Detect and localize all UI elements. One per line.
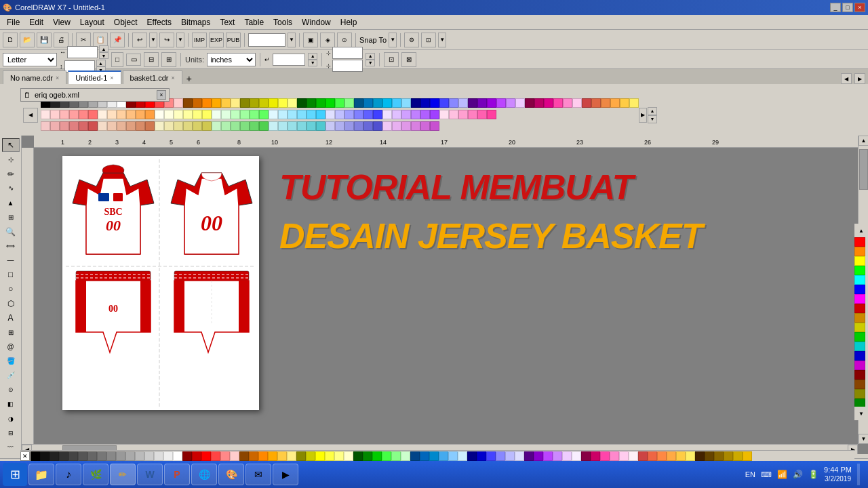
color-swatch[interactable] — [854, 351, 865, 361]
paper-size-select[interactable]: Letter — [3, 53, 57, 66]
color-swatch[interactable] — [429, 451, 439, 461]
menu-bitmaps[interactable]: Bitmaps — [177, 16, 214, 28]
color-swatch[interactable] — [448, 451, 458, 461]
color-swatch[interactable] — [401, 121, 411, 131]
transparency-tool[interactable]: ◑ — [2, 411, 20, 425]
color-swatch[interactable] — [854, 294, 865, 304]
color-swatch[interactable] — [145, 121, 155, 131]
color-swatch[interactable] — [638, 451, 648, 461]
color-swatch[interactable] — [458, 110, 468, 119]
color-swatch[interactable] — [145, 110, 155, 119]
rectangle-tool[interactable]: □ — [2, 268, 20, 281]
color-swatch[interactable] — [695, 451, 705, 461]
smear-tool[interactable]: 〰 — [2, 441, 20, 454]
color-swatch[interactable] — [572, 98, 582, 108]
color-swatch[interactable] — [296, 451, 306, 461]
color-swatch[interactable] — [230, 451, 239, 461]
color-swatch[interactable] — [629, 451, 638, 461]
color-swatch[interactable] — [212, 110, 221, 119]
minimize-button[interactable]: _ — [830, 3, 841, 12]
options1-button[interactable]: ⚙ — [404, 33, 419, 47]
color-swatch[interactable] — [297, 121, 307, 131]
color-swatch[interactable] — [221, 110, 231, 119]
color-swatch[interactable] — [269, 110, 278, 119]
nudge-input[interactable]: 0.01 " — [273, 54, 305, 66]
tab-basket[interactable]: basket1.cdr × — [123, 70, 182, 84]
color-swatch[interactable] — [553, 98, 563, 108]
color-swatch[interactable] — [477, 98, 487, 108]
color-swatch[interactable] — [468, 98, 477, 108]
taskbar-word[interactable]: W — [137, 464, 163, 485]
menu-tools[interactable]: Tools — [269, 16, 296, 28]
color-swatch[interactable] — [854, 256, 865, 266]
color-swatch[interactable] — [326, 110, 335, 119]
color-swatch[interactable] — [212, 98, 221, 108]
color-swatch[interactable] — [676, 451, 686, 461]
color-swatch[interactable] — [50, 451, 59, 461]
view1-button[interactable]: ▣ — [303, 33, 318, 47]
color-swatch[interactable] — [278, 98, 288, 108]
crop-tool[interactable]: ⊞ — [2, 210, 20, 224]
color-swatch[interactable] — [411, 121, 420, 131]
taskbar-chrome[interactable]: 🌐 — [191, 464, 217, 485]
menu-view[interactable]: View — [49, 16, 75, 28]
color-swatch[interactable] — [60, 121, 69, 131]
color-swatch[interactable] — [334, 451, 344, 461]
color-swatch[interactable] — [534, 98, 544, 108]
taskbar-coreldraw[interactable]: ✏ — [110, 464, 136, 485]
color-swatch[interactable] — [373, 110, 382, 119]
width-up[interactable]: ▲ — [99, 45, 108, 52]
color-swatch[interactable] — [88, 121, 98, 131]
color-swatch[interactable] — [174, 98, 183, 108]
color-swatch[interactable] — [686, 451, 695, 461]
redo-arrow[interactable]: ▼ — [176, 33, 184, 47]
color-swatch[interactable] — [307, 98, 316, 108]
parallel-dim-tool[interactable]: ⟺ — [2, 239, 20, 253]
color-swatch[interactable] — [163, 451, 173, 461]
color-swatch[interactable] — [458, 451, 467, 461]
color-swatch[interactable] — [335, 98, 344, 108]
color-swatch[interactable] — [467, 451, 477, 461]
select-tool[interactable]: ↖ — [2, 138, 20, 152]
taskbar-media[interactable]: ♪ — [56, 464, 81, 485]
color-swatch[interactable] — [164, 121, 174, 131]
scroll-up-button[interactable]: ▲ — [859, 136, 868, 146]
paste-button[interactable]: 📌 — [110, 33, 125, 47]
color-swatch[interactable] — [534, 451, 543, 461]
bezier-tool[interactable]: ∿ — [2, 182, 20, 195]
paper-size-selector[interactable]: Letter — [3, 53, 57, 66]
portrait-button[interactable]: □ — [111, 52, 123, 67]
color-swatch[interactable] — [269, 121, 278, 131]
color-swatch[interactable] — [193, 98, 202, 108]
color-swatch[interactable] — [562, 451, 572, 461]
ellipse-tool[interactable]: ○ — [2, 282, 20, 296]
color-swatch[interactable] — [600, 451, 610, 461]
color-swatch[interactable] — [41, 110, 50, 119]
freehand-tool[interactable]: ✏ — [2, 167, 20, 180]
color-swatch[interactable] — [240, 110, 250, 119]
color-swatch[interactable] — [240, 121, 250, 131]
color-swatch[interactable] — [79, 110, 88, 119]
color-swatch[interactable] — [288, 98, 297, 108]
color-swatch[interactable] — [854, 304, 865, 313]
color-swatch[interactable] — [449, 110, 458, 119]
color-swatch[interactable] — [278, 121, 288, 131]
color-swatch[interactable] — [106, 451, 116, 461]
color-swatch[interactable] — [553, 451, 562, 461]
color-swatch[interactable] — [287, 451, 296, 461]
color-swatch[interactable] — [79, 121, 88, 131]
dynamic-guides-button[interactable]: ⊠ — [401, 52, 416, 67]
color-swatch[interactable] — [69, 110, 79, 119]
color-swatch[interactable] — [354, 98, 363, 108]
undo-button[interactable]: ↩ — [132, 33, 147, 47]
align-button[interactable]: ⊡ — [384, 52, 399, 67]
undo-arrow[interactable]: ▼ — [149, 33, 157, 47]
redo-button[interactable]: ↪ — [159, 33, 174, 47]
show-desktop-button[interactable] — [857, 464, 860, 485]
color-swatch[interactable] — [202, 121, 212, 131]
color-swatch[interactable] — [657, 451, 667, 461]
menu-layout[interactable]: Layout — [76, 16, 108, 28]
color-swatch[interactable] — [487, 98, 496, 108]
color-swatch[interactable] — [354, 121, 363, 131]
options2-button[interactable]: ⊡ — [421, 33, 436, 47]
